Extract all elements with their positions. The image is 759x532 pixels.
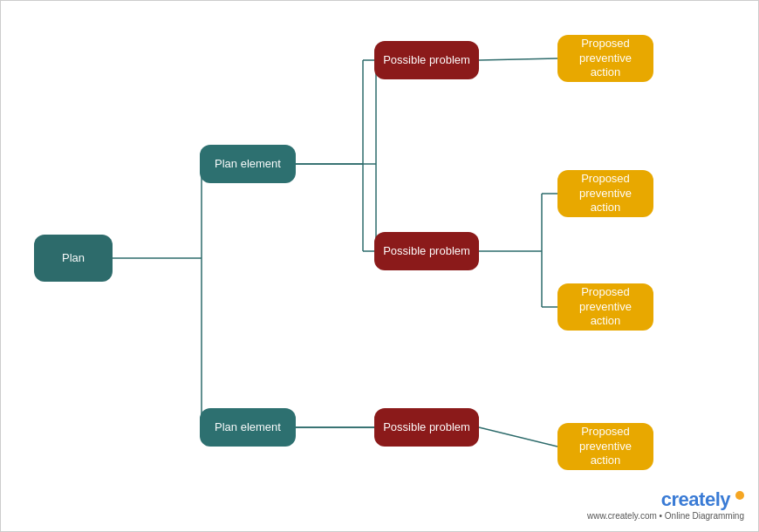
possible-problem-1-node: Possible problem <box>374 41 479 79</box>
svg-line-12 <box>479 58 557 60</box>
action-2-node: Proposed preventive action <box>557 170 653 217</box>
svg-line-18 <box>479 427 557 447</box>
creately-logo: creately <box>661 488 744 511</box>
plan-element-1-node: Plan element <box>200 145 296 183</box>
action-1-node: Proposed preventive action <box>557 35 653 82</box>
creately-sub: www.creately.com • Online Diagramming <box>587 511 744 521</box>
plan-node: Plan <box>34 235 113 282</box>
creately-badge: creately www.creately.com • Online Diagr… <box>587 488 744 521</box>
possible-problem-2-node: Possible problem <box>374 232 479 270</box>
creately-brand: creately <box>661 488 730 511</box>
plan-element-2-node: Plan element <box>200 408 296 447</box>
creately-dot-icon <box>735 491 744 500</box>
action-3-node: Proposed preventive action <box>557 283 653 331</box>
diagram-container: Plan Plan element Plan element Possible … <box>0 0 759 532</box>
possible-problem-3-node: Possible problem <box>374 408 479 447</box>
action-4-node: Proposed preventive action <box>557 423 653 470</box>
